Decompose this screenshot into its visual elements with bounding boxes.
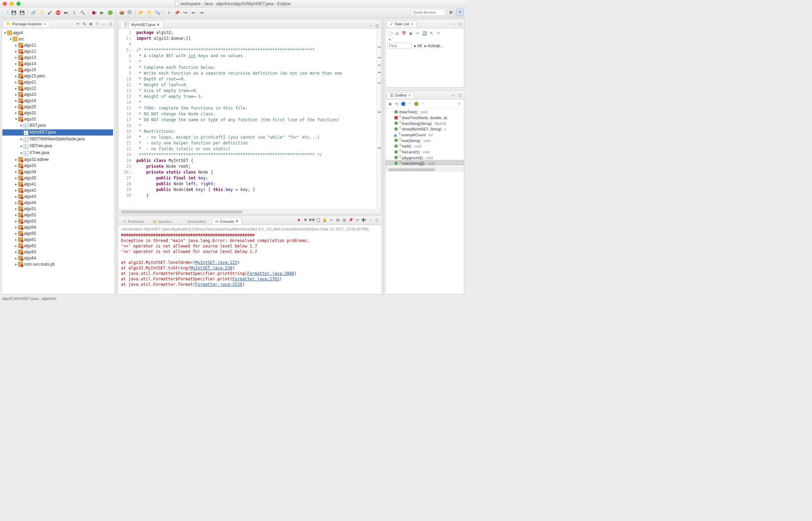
taskmenu-button[interactable]: ▽ (435, 30, 441, 36)
new-task-button[interactable]: 📄▾ (387, 30, 393, 36)
outline-item[interactable]: Shw1and2() : void (385, 149, 464, 154)
open-task-button[interactable]: 📁 (146, 9, 153, 16)
stack-trace-link[interactable]: MyIntSET.java:223 (195, 260, 237, 265)
minimize-tasklist-button[interactable]: ─ (451, 21, 456, 27)
tree-item[interactable]: ▸algs42 (2, 187, 114, 193)
task-activate-link[interactable]: ▸ Activat... (425, 43, 443, 48)
terminate-button[interactable]: ■ (296, 217, 302, 223)
tree-item[interactable]: ▸algs13 (2, 54, 114, 61)
tree-item[interactable]: ▸com.sun.tools.jdi (2, 261, 114, 267)
tree-item[interactable]: ▸algs14 (2, 61, 114, 67)
code-editor[interactable]: 12⊕45⊖6789101112131415161718192021222324… (118, 28, 382, 209)
javadoc-tab[interactable]: @Javadoc (150, 218, 174, 225)
outline-item[interactable]: Smain(String[]) : void (385, 160, 464, 166)
maximize-outline-button[interactable]: ◻ (457, 92, 463, 98)
outline-sort-button[interactable]: ᵃz (394, 101, 399, 106)
tree-item[interactable]: ▸algs23 (2, 91, 114, 98)
outline-item[interactable]: Sshow(MyIntSET, String) : v (385, 126, 464, 131)
problems-tab[interactable]: ⚠Problems (120, 218, 146, 225)
outline-item[interactable]: SfromString(String) : MyIntS (385, 120, 464, 126)
overview-ruler[interactable] (377, 28, 381, 209)
outline-hide-fields-button[interactable]: 🔵 (401, 101, 406, 106)
outline-focus-button[interactable]: ◉ (387, 101, 393, 106)
word-wrap-button[interactable]: ↩ (329, 217, 334, 223)
coverage-button[interactable]: 🟢▾ (107, 9, 114, 16)
schedule-button[interactable]: 📅 (401, 30, 407, 36)
outline-horizontal-scrollbar[interactable] (385, 167, 464, 172)
categorize-button[interactable]: 🗂 (394, 30, 400, 36)
tree-item[interactable]: ▾algs4 (2, 30, 114, 36)
tree-item[interactable]: ▸XTree.java (2, 150, 114, 156)
back-button[interactable]: ⇐▾ (190, 9, 197, 16)
tree-item[interactable]: ▸algs33 (2, 163, 114, 169)
show-console-1-button[interactable]: ▤ (335, 217, 341, 223)
package-explorer-tab[interactable]: 📁Package Explorer ✕ (3, 21, 50, 27)
tree-item[interactable]: ▸algs51 (2, 206, 114, 212)
tree-item[interactable]: ▸XBSTWithNonStaticNode.java (2, 136, 114, 143)
outline-item[interactable]: SdrawTree(Node, double, dc (385, 114, 464, 120)
tree-item[interactable]: ▸algs34 (2, 169, 114, 175)
tree-item[interactable]: ▸algs52 (2, 212, 114, 218)
tree-item[interactable]: ▸algs24 (2, 98, 114, 104)
collapse-all-button[interactable]: ⇤ (75, 21, 81, 27)
debug-button[interactable]: 🐞▾ (90, 9, 97, 16)
forward-button[interactable]: ⇒▾ (198, 9, 205, 16)
tree-item[interactable]: ▸algs15.perc (2, 73, 114, 79)
tree-item[interactable]: ▸algs35 (2, 175, 114, 181)
outline-item[interactable]: drawTree() : void (385, 110, 464, 114)
outline-item[interactable]: Splayground() : void (385, 154, 464, 160)
toggle-breakpoint-button[interactable]: ⛔ (54, 9, 61, 16)
minimize-editor-button[interactable]: ─ (368, 23, 373, 28)
save-button[interactable]: 💾 (10, 9, 17, 16)
sync-button[interactable]: 🔄 (422, 30, 427, 36)
tree-item[interactable]: ▸algs15 (2, 67, 114, 73)
pin-button[interactable]: 📌▾ (174, 9, 181, 16)
tree-item[interactable]: ▸algs22 (2, 85, 114, 91)
close-icon[interactable]: ✕ (44, 22, 47, 26)
show-console-2-button[interactable]: ▥ (342, 217, 347, 223)
step-button[interactable]: ⤵ (71, 9, 78, 16)
outline-list[interactable]: drawTree() : voidSdrawTree(Node, double,… (385, 108, 464, 167)
next-annotation-button[interactable]: ↪▾ (182, 9, 189, 16)
link-editor-button[interactable]: ⇆ (82, 21, 87, 27)
focus-button[interactable]: ◉ (88, 21, 94, 27)
tree-item[interactable]: ▸algs41 (2, 181, 114, 187)
collapse-button[interactable]: ⇱ (429, 30, 434, 36)
stack-trace-link[interactable]: Formatter.java:2886 (247, 271, 294, 276)
outline-hide-static-button[interactable]: ˢ (407, 101, 413, 106)
quick-access-input[interactable] (411, 9, 445, 16)
build-button[interactable]: 🔨 (79, 9, 86, 16)
hide-button[interactable]: ✂ (415, 30, 420, 36)
focus-task-button[interactable]: ◉ (408, 30, 414, 36)
editor-horizontal-scrollbar[interactable] (118, 209, 382, 214)
remove-all-button[interactable]: ✖✖ (309, 217, 315, 223)
tree-item[interactable]: ▸algs54 (2, 224, 114, 230)
stack-trace-link[interactable]: Formatter.java:2763 (232, 277, 279, 281)
maximize-view-button[interactable]: ◻ (108, 21, 113, 27)
close-icon[interactable]: ✕ (410, 22, 414, 26)
maximize-console-button[interactable]: ◻ (374, 217, 380, 223)
minimize-console-button[interactable]: ─ (368, 217, 373, 223)
maximize-tasklist-button[interactable]: ◻ (457, 21, 463, 27)
stack-trace-link[interactable]: MyIntSET.java:238 (190, 266, 232, 270)
new-class-button[interactable]: Ⓒ▾ (126, 9, 133, 16)
save-all-button[interactable]: 💾 (19, 9, 25, 16)
outline-item[interactable]: Stest(String) : void (385, 137, 464, 143)
open-perspective-button[interactable]: ⊞ (447, 9, 455, 16)
remove-launch-button[interactable]: ✖ (303, 217, 308, 223)
tree-item[interactable]: ▸algs31 (2, 110, 114, 116)
tree-item[interactable]: ▸algs55 (2, 230, 114, 237)
task-list-tab[interactable]: ✓Task List ✕ (387, 21, 417, 27)
tree-item[interactable]: ▸algs63 (2, 249, 114, 255)
close-icon[interactable]: ✕ (408, 93, 411, 98)
outline-item[interactable]: SexampleCount : int (385, 131, 464, 137)
code-area[interactable]: package algs32;import algs13.Queue;[] /*… (134, 28, 377, 209)
minimize-view-button[interactable]: ─ (101, 21, 107, 27)
tree-item[interactable]: ▸algs62 (2, 243, 114, 249)
tree-item[interactable]: ▸BST.java (2, 122, 114, 129)
line-number-gutter[interactable]: 12⊕45⊖6789101112131415161718192021222324… (119, 28, 134, 209)
tree-item[interactable]: ▸algs53 (2, 218, 114, 224)
close-icon[interactable]: ✕ (235, 219, 238, 224)
skip-button[interactable]: ⏭ (63, 9, 70, 16)
tree-item[interactable]: ▸algs11 (2, 42, 114, 48)
